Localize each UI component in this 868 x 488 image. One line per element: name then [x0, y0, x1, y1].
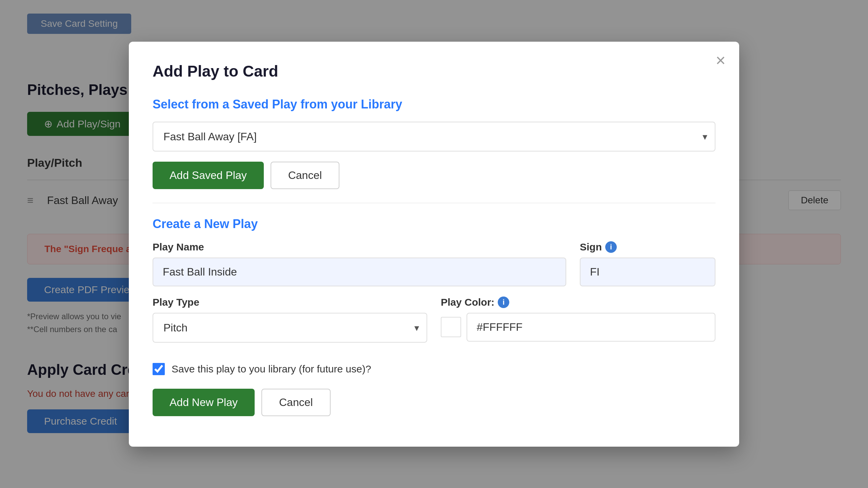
color-swatch[interactable] — [441, 317, 461, 337]
cancel-saved-play-button[interactable]: Cancel — [271, 162, 340, 189]
save-library-label: Save this play to you library (for futur… — [172, 363, 371, 375]
sign-input[interactable] — [580, 258, 715, 286]
save-checkbox-row: Save this play to you library (for futur… — [153, 363, 715, 375]
section-divider — [153, 203, 715, 203]
saved-play-buttons: Add Saved Play Cancel — [153, 162, 715, 189]
modal-overlay: × Add Play to Card Select from a Saved P… — [0, 0, 868, 488]
play-name-sign-row: Play Name Sign i — [153, 241, 715, 286]
color-text-input[interactable] — [467, 313, 715, 342]
saved-play-section: Select from a Saved Play from your Libra… — [153, 97, 715, 189]
play-color-info-icon: i — [498, 297, 509, 308]
play-name-label: Play Name — [153, 241, 566, 253]
play-name-group: Play Name — [153, 241, 566, 286]
modal-title: Add Play to Card — [153, 62, 715, 80]
play-type-color-row: Play Type PitchSignPlay ▾ Play Color: i — [153, 297, 715, 353]
saved-play-dropdown[interactable]: Fast Ball Away [FA]Fast Ball Inside [FI]… — [153, 122, 715, 151]
play-color-group: Play Color: i — [441, 297, 715, 342]
sign-info-icon: i — [605, 241, 617, 253]
saved-play-section-title: Select from a Saved Play from your Libra… — [153, 97, 715, 111]
new-play-section: Create a New Play Play Name Sign i — [153, 217, 715, 416]
new-play-buttons: Add New Play Cancel — [153, 389, 715, 416]
add-new-play-button[interactable]: Add New Play — [153, 389, 255, 416]
sign-group: Sign i — [580, 241, 715, 286]
play-type-label: Play Type — [153, 297, 427, 308]
save-library-checkbox[interactable] — [153, 363, 165, 375]
play-name-input[interactable] — [153, 258, 566, 286]
play-color-label: Play Color: i — [441, 297, 715, 308]
color-input-row — [441, 313, 715, 342]
cancel-new-play-button[interactable]: Cancel — [261, 389, 331, 416]
sign-label: Sign i — [580, 241, 715, 253]
modal-close-button[interactable]: × — [716, 52, 726, 69]
add-saved-play-button[interactable]: Add Saved Play — [153, 162, 264, 189]
saved-play-dropdown-wrapper: Fast Ball Away [FA]Fast Ball Inside [FI]… — [153, 122, 715, 151]
play-type-group: Play Type PitchSignPlay ▾ — [153, 297, 427, 353]
add-play-modal: × Add Play to Card Select from a Saved P… — [129, 42, 739, 447]
new-play-section-title: Create a New Play — [153, 217, 715, 231]
play-type-dropdown-wrapper: PitchSignPlay ▾ — [153, 313, 427, 343]
play-type-dropdown[interactable]: PitchSignPlay — [153, 313, 427, 343]
